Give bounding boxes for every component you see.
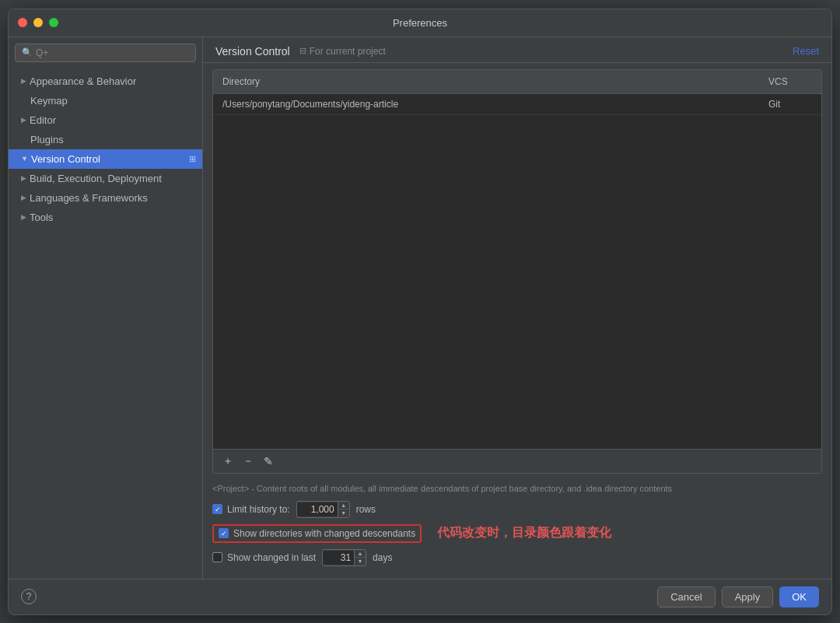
search-icon: 🔍 [22, 47, 33, 58]
limit-history-row: Limit history to: ▲ ▼ rows [212, 501, 822, 518]
maximize-button[interactable] [49, 18, 58, 27]
cell-vcs: Git [759, 94, 821, 114]
limit-history-suffix: rows [356, 504, 376, 515]
main-header: Version Control ⊟ For current project Re… [203, 37, 831, 63]
chevron-icon: ▶ [21, 213, 26, 221]
table-body: /Users/ponytang/Documents/yideng-article… [213, 94, 821, 450]
cancel-button[interactable]: Cancel [657, 586, 715, 607]
bottom-right: Cancel Apply OK [657, 586, 819, 607]
sidebar-item-appearance[interactable]: ▶ Appearance & Behavior [9, 72, 202, 91]
sidebar-item-label: Appearance & Behavior [30, 75, 136, 87]
apply-button[interactable]: Apply [722, 586, 774, 607]
annotation-text: 代码改变时，目录颜色跟着变化 [437, 525, 611, 541]
edit-button[interactable]: ✎ [260, 453, 277, 470]
ok-button[interactable]: OK [779, 586, 819, 607]
spin-down-button[interactable]: ▼ [338, 509, 349, 517]
show-changed-row: Show changed in last ▲ ▼ days [212, 549, 822, 566]
sidebar-item-label: Build, Execution, Deployment [30, 173, 162, 184]
show-directories-label: Show directories with changed descendant… [233, 528, 415, 539]
main-panel: Version Control ⊟ For current project Re… [203, 37, 831, 579]
dialog-title: Preferences [393, 17, 447, 29]
spinbox-arrows-2: ▲ ▼ [354, 550, 366, 565]
vcs-table: Directory VCS /Users/ponytang/Documents/… [212, 69, 822, 474]
sidebar-item-label: Editor [30, 114, 56, 126]
show-directories-checkbox-label[interactable]: Show directories with changed descendant… [219, 528, 415, 539]
show-directories-row: Show directories with changed descendant… [212, 524, 822, 543]
show-changed-checkbox-label[interactable]: Show changed in last [212, 552, 316, 563]
for-project-label: ⊟ For current project [299, 46, 386, 57]
options-area: <Project> - Content roots of all modules… [203, 480, 831, 578]
show-directories-checkbox[interactable] [219, 528, 229, 538]
preferences-dialog: Preferences 🔍 ▶ Appearance & Behavior Ke… [8, 9, 832, 615]
bottom-left: ? [21, 589, 37, 604]
sidebar-item-plugins[interactable]: Plugins [9, 130, 202, 149]
table-header: Directory VCS [213, 70, 821, 94]
show-directories-highlight: Show directories with changed descendant… [212, 524, 422, 543]
limit-history-spinbox[interactable]: ▲ ▼ [296, 501, 350, 518]
show-changed-suffix: days [373, 552, 392, 563]
remove-button[interactable]: － [240, 453, 257, 470]
limit-history-checkbox[interactable] [212, 504, 222, 514]
sidebar-item-keymap[interactable]: Keymap [9, 91, 202, 110]
panel-title: Version Control [215, 45, 290, 58]
add-button[interactable]: ＋ [219, 453, 236, 470]
sidebar-item-version-control[interactable]: ▼ Version Control ⊞ [9, 149, 202, 169]
help-button[interactable]: ? [21, 589, 37, 604]
sidebar: 🔍 ▶ Appearance & Behavior Keymap ▶ Edito… [9, 37, 203, 579]
table-toolbar: ＋ － ✎ [213, 449, 821, 473]
chevron-icon: ▼ [21, 155, 28, 163]
cell-directory: /Users/ponytang/Documents/yideng-article [213, 94, 759, 114]
search-box[interactable]: 🔍 [15, 44, 196, 62]
limit-history-checkbox-label[interactable]: Limit history to: [212, 504, 290, 515]
chevron-icon: ▶ [21, 174, 26, 182]
spin-down-button-2[interactable]: ▼ [355, 558, 366, 565]
sidebar-items: ▶ Appearance & Behavior Keymap ▶ Editor … [9, 68, 202, 579]
show-changed-label: Show changed in last [227, 552, 316, 563]
version-control-icon: ⊞ [189, 154, 196, 164]
search-input[interactable] [36, 47, 189, 58]
bottom-bar: ? Cancel Apply OK [9, 579, 831, 614]
sidebar-item-editor[interactable]: ▶ Editor [9, 110, 202, 130]
limit-history-input[interactable] [297, 502, 338, 516]
table-row[interactable]: /Users/ponytang/Documents/yideng-article… [213, 94, 821, 115]
content-area: 🔍 ▶ Appearance & Behavior Keymap ▶ Edito… [9, 37, 831, 579]
title-bar: Preferences [9, 9, 831, 37]
reset-button[interactable]: Reset [793, 45, 819, 57]
limit-history-label: Limit history to: [227, 504, 290, 515]
show-changed-input[interactable] [323, 551, 354, 565]
sidebar-item-label: Plugins [30, 134, 64, 145]
chevron-icon: ▶ [21, 116, 26, 124]
col-header-vcs: VCS [759, 73, 821, 90]
show-changed-checkbox[interactable] [212, 552, 222, 562]
show-changed-spinbox[interactable]: ▲ ▼ [322, 549, 366, 566]
sidebar-item-label: Version Control [31, 153, 100, 165]
main-header-left: Version Control ⊟ For current project [215, 45, 386, 58]
sidebar-item-label: Languages & Frameworks [30, 192, 148, 204]
sidebar-item-tools[interactable]: ▶ Tools [9, 208, 202, 227]
col-header-directory: Directory [213, 73, 759, 90]
sidebar-item-label: Tools [30, 212, 53, 223]
sidebar-item-languages[interactable]: ▶ Languages & Frameworks [9, 188, 202, 208]
spinbox-arrows: ▲ ▼ [338, 502, 349, 517]
sidebar-item-label: Keymap [30, 95, 68, 107]
project-note: <Project> - Content roots of all modules… [212, 483, 822, 494]
project-icon: ⊟ [299, 46, 306, 56]
minimize-button[interactable] [33, 18, 43, 27]
chevron-icon: ▶ [21, 77, 26, 85]
window-controls [18, 18, 58, 27]
sidebar-item-build[interactable]: ▶ Build, Execution, Deployment [9, 169, 202, 188]
spin-up-button-2[interactable]: ▲ [355, 550, 366, 558]
chevron-icon: ▶ [21, 194, 26, 201]
close-button[interactable] [18, 18, 27, 27]
spin-up-button[interactable]: ▲ [338, 502, 349, 509]
